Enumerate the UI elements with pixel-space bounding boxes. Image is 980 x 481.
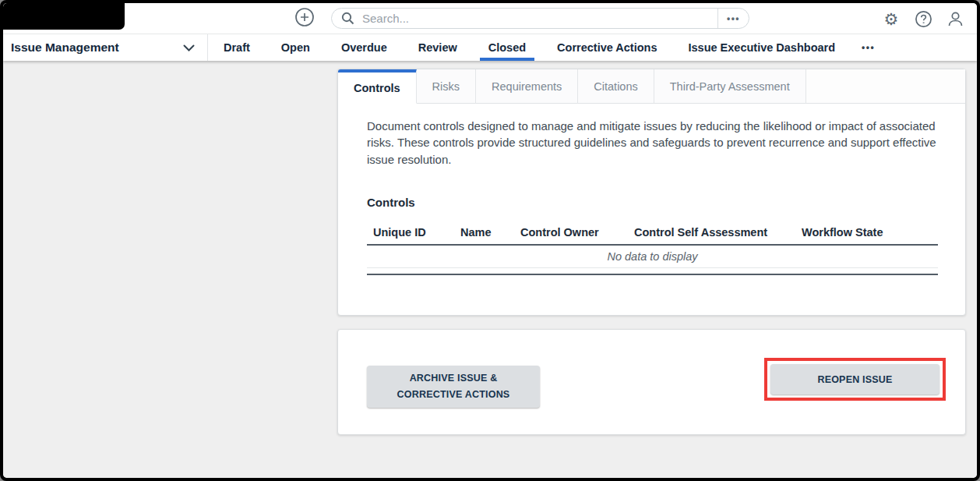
nav-tab-closed[interactable]: Closed [473, 34, 541, 61]
empty-state-message: No data to display [367, 246, 938, 268]
top-bar: ••• ⚙ [3, 3, 977, 34]
controls-table: Unique ID Name Control Owner Control Sel… [367, 221, 938, 275]
gear-icon: ⚙ [884, 11, 899, 27]
workflow-actions-card: ARCHIVE ISSUE & CORRECTIVE ACTIONS REOPE… [337, 329, 966, 435]
tab-requirements[interactable]: Requirements [476, 69, 578, 104]
person-icon [947, 10, 964, 28]
nav-tabs: Draft Open Overdue Review Closed Correct… [208, 34, 886, 61]
app-dropdown[interactable]: Issue Management [3, 34, 208, 61]
settings-button[interactable]: ⚙ [882, 9, 901, 28]
nav-tab-open[interactable]: Open [266, 34, 326, 61]
table-body: No data to display [367, 244, 938, 268]
section-title: Controls [367, 196, 937, 209]
nav-tab-issue-executive-dashboard[interactable]: Issue Executive Dashboard [672, 34, 851, 61]
reopen-issue-button[interactable]: REOPEN ISSUE [770, 364, 939, 394]
column-header-control-owner: Control Owner [514, 226, 628, 239]
nav-tab-review[interactable]: Review [403, 34, 473, 61]
tab-risks[interactable]: Risks [417, 69, 476, 104]
tab-controls[interactable]: Controls [338, 69, 417, 104]
nav-tab-corrective-actions[interactable]: Corrective Actions [541, 34, 672, 61]
archive-issue-button[interactable]: ARCHIVE ISSUE & CORRECTIVE ACTIONS [367, 366, 540, 408]
nav-overflow-icon[interactable]: ••• [851, 34, 886, 61]
nav-tab-overdue[interactable]: Overdue [326, 34, 403, 61]
nav-bar: Issue Management Draft Open Overdue Revi… [3, 34, 977, 61]
question-circle-icon [915, 10, 932, 28]
column-header-unique-id: Unique ID [367, 226, 454, 239]
annotation-highlight-box: REOPEN ISSUE [764, 358, 946, 401]
app-window: ••• ⚙ [3, 3, 977, 478]
search-icon [341, 12, 354, 25]
panel-tabs: Controls Risks Requirements Citations Th… [338, 69, 965, 104]
help-button[interactable] [914, 9, 932, 28]
archive-button-line1: ARCHIVE ISSUE & [372, 370, 535, 387]
plus-circle-icon [294, 7, 315, 27]
tab-third-party-assessment[interactable]: Third-Party Assessment [654, 69, 806, 104]
column-header-control-self-assessment: Control Self Assessment [628, 226, 795, 239]
search-input[interactable] [361, 11, 717, 26]
logo-redaction-block [3, 3, 125, 30]
archive-button-line2: CORRECTIVE ACTIONS [372, 387, 535, 403]
table-header-row: Unique ID Name Control Owner Control Sel… [367, 221, 938, 244]
chevron-down-icon [183, 44, 195, 51]
related-objects-card: Controls Risks Requirements Citations Th… [337, 69, 966, 316]
main-content: Controls Risks Requirements Citations Th… [3, 61, 977, 478]
page-title: Issue Management [11, 41, 119, 55]
profile-button[interactable] [946, 9, 964, 28]
topbar-actions: ⚙ [882, 3, 964, 34]
table-end-divider [367, 274, 938, 275]
nav-tab-draft[interactable]: Draft [208, 34, 266, 61]
tab-description: Document controls designed to manage and… [367, 118, 945, 168]
search-bar: ••• [331, 8, 749, 29]
tab-strip-filler [806, 69, 965, 104]
column-header-name: Name [454, 226, 514, 239]
search-options-icon[interactable]: ••• [717, 9, 749, 28]
screenshot-frame: ••• ⚙ [0, 0, 980, 481]
column-header-workflow-state: Workflow State [795, 226, 938, 239]
create-new-button[interactable] [294, 7, 315, 27]
controls-tab-panel: Document controls designed to manage and… [338, 104, 965, 275]
tab-citations[interactable]: Citations [578, 69, 654, 104]
